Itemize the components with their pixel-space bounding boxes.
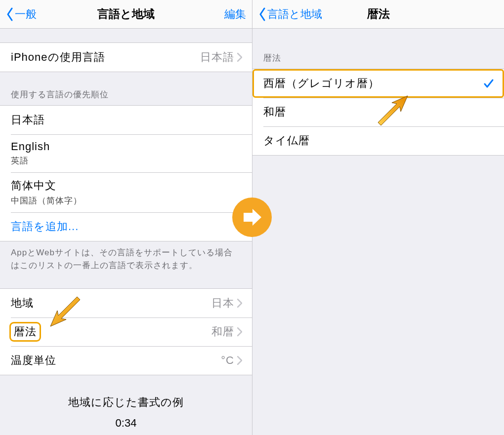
lang-item-label: English [11, 140, 50, 153]
chevron-right-icon [237, 53, 242, 62]
format-example: 地域に応じた書式の例 0:34 [0, 375, 252, 430]
row-label: 暦法 [11, 323, 40, 340]
right-pane: 言語と地域 暦法 暦法 西暦（グレゴリオ暦） 和暦 タイ仏暦 [252, 0, 504, 435]
back-button[interactable]: 一般 [6, 7, 37, 22]
lang-item-label: 日本語 [11, 113, 242, 127]
row-region[interactable]: 地域 日本 [0, 289, 252, 317]
row-label: iPhoneの使用言語 [11, 50, 200, 65]
navbar-right: 言語と地域 暦法 [252, 0, 504, 29]
chevron-right-icon [237, 327, 242, 336]
section-footer: AppとWebサイトは、その言語をサポートしている場合はこのリストの一番上の言語… [0, 241, 252, 272]
group-region: 地域 日本 暦法 和暦 温度単位 [0, 288, 252, 375]
lang-item[interactable]: 简体中文 中国語（简体字） [0, 172, 252, 212]
option-label: タイ仏暦 [263, 133, 494, 148]
chevron-left-icon [258, 7, 266, 21]
row-add-language[interactable]: 言語を追加... [0, 212, 252, 241]
svg-marker-1 [378, 96, 408, 125]
nav-title: 暦法 [367, 6, 390, 22]
chevron-right-icon [237, 356, 242, 365]
section-header: 使用する言語の優先順位 [0, 89, 252, 105]
row-value: 和暦 [211, 324, 234, 339]
edit-button[interactable]: 編集 [224, 7, 246, 22]
group-iphone-language: iPhoneの使用言語 日本語 [0, 42, 252, 72]
chevron-right-icon [237, 299, 242, 308]
row-label: 地域 [11, 296, 211, 311]
back-label: 一般 [15, 7, 37, 22]
annotation-arrow-icon [48, 294, 83, 328]
left-scroll[interactable]: iPhoneの使用言語 日本語 使用する言語の優先順位 日本語 English … [0, 29, 252, 435]
annotation-arrow-icon [375, 94, 410, 128]
example-title: 地域に応じた書式の例 [0, 395, 252, 410]
lang-item-sub: 中国語（简体字） [11, 195, 82, 206]
row-calendar[interactable]: 暦法 和暦 [0, 317, 252, 346]
lang-item[interactable]: English 英語 [0, 134, 252, 172]
back-button[interactable]: 言語と地域 [258, 7, 322, 22]
back-label: 言語と地域 [267, 7, 322, 22]
nav-title: 言語と地域 [97, 6, 155, 22]
lang-item-label: 简体中文 [11, 178, 56, 193]
calendar-option[interactable]: タイ仏暦 [252, 126, 504, 155]
right-scroll[interactable]: 暦法 西暦（グレゴリオ暦） 和暦 タイ仏暦 [252, 29, 504, 435]
left-pane: 一般 言語と地域 編集 iPhoneの使用言語 日本語 使用する言語の優先順位 … [0, 0, 252, 435]
lang-item[interactable]: 日本語 [0, 106, 252, 134]
row-value: °C [221, 354, 234, 367]
navbar-left: 一般 言語と地域 編集 [0, 0, 252, 29]
chevron-left-icon [6, 7, 14, 21]
row-value: 日本語 [200, 50, 234, 65]
checkmark-icon [483, 78, 494, 89]
lang-item-sub: 英語 [11, 155, 29, 166]
row-temperature[interactable]: 温度単位 °C [0, 346, 252, 375]
option-label: 西暦（グレゴリオ暦） [263, 76, 483, 91]
row-iphone-language[interactable]: iPhoneの使用言語 日本語 [0, 43, 252, 72]
row-label: 温度単位 [11, 353, 221, 368]
svg-marker-0 [50, 297, 80, 326]
transition-arrow-icon [232, 198, 272, 237]
example-time: 0:34 [0, 417, 252, 430]
section-header: 暦法 [252, 52, 504, 69]
svg-marker-2 [244, 209, 261, 226]
group-preferred-langs: 使用する言語の優先順位 日本語 English 英語 简体中文 中国語（简体字）… [0, 89, 252, 272]
row-value: 日本 [211, 296, 234, 311]
add-language-label: 言語を追加... [11, 219, 242, 234]
